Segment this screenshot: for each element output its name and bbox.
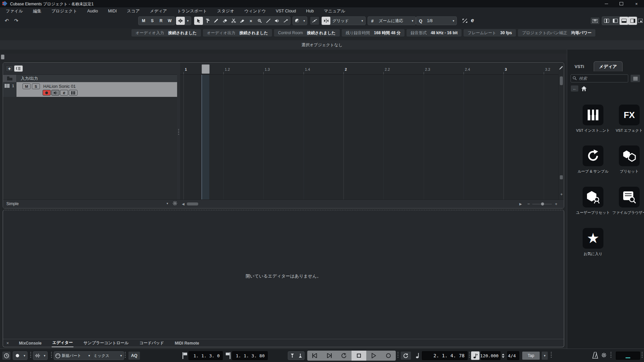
event-display-area[interactable] bbox=[180, 75, 558, 199]
menu-vst-cloud[interactable]: VST Cloud bbox=[271, 9, 301, 13]
quantize-panel-button[interactable]: e bbox=[471, 17, 474, 23]
primary-time-display[interactable]: 2. 1. 4. 78 bbox=[422, 351, 468, 360]
menu-studio[interactable]: スタジオ bbox=[212, 8, 239, 14]
track-preset-button[interactable] bbox=[14, 65, 23, 72]
track-list-divider[interactable] bbox=[177, 63, 180, 208]
go-to-previous-marker-button[interactable] bbox=[307, 351, 322, 361]
menu-hub[interactable]: Hub bbox=[301, 9, 319, 13]
tempo-track-button[interactable] bbox=[471, 351, 480, 360]
metronome-icon[interactable] bbox=[592, 352, 598, 359]
tap-tempo-button[interactable]: Tap bbox=[522, 351, 540, 360]
info-control-room[interactable]: Control Room接続されました bbox=[274, 29, 339, 37]
solo-all-button[interactable]: S bbox=[148, 17, 157, 25]
range-selection-tool[interactable] bbox=[203, 17, 212, 25]
tab-midi-remote[interactable]: MIDI Remote bbox=[174, 340, 200, 347]
back-arrow-icon[interactable]: ← bbox=[571, 85, 579, 92]
common-record-mode-dropdown[interactable]: ▼ bbox=[22, 352, 27, 360]
tab-mixconsole[interactable]: MixConsole bbox=[18, 340, 42, 347]
audio-record-mode-dropdown[interactable]: ▼ bbox=[42, 352, 47, 360]
h-scroll-left-arrow[interactable]: ◀ bbox=[181, 201, 185, 206]
snap-type-dropdown[interactable]: ▼ bbox=[359, 17, 365, 25]
tab-vsti[interactable]: VSTi bbox=[575, 64, 584, 69]
record-button[interactable] bbox=[381, 351, 396, 361]
right-locator-display[interactable]: 1. 1. 3. 80 bbox=[232, 351, 268, 360]
menu-manual[interactable]: マニュアル bbox=[319, 8, 350, 14]
home-icon[interactable] bbox=[581, 86, 587, 91]
info-frame-rate[interactable]: フレームレート30 fps bbox=[464, 29, 516, 37]
track-controls-settings-icon[interactable] bbox=[173, 201, 177, 205]
stop-button[interactable] bbox=[352, 351, 366, 361]
tile-loops-samples[interactable]: ループ & サンプル bbox=[575, 145, 611, 174]
tempo-display[interactable]: 120.000 bbox=[481, 351, 500, 360]
menu-edit[interactable]: 編集 bbox=[28, 8, 46, 14]
automation-panel-button[interactable] bbox=[310, 16, 319, 25]
h-zoom-out-button[interactable]: − bbox=[526, 201, 531, 206]
track-list-empty-area[interactable] bbox=[3, 97, 177, 199]
left-locator-display[interactable]: 1. 1. 3. 0 bbox=[189, 351, 223, 360]
menu-media[interactable]: メディア bbox=[145, 8, 172, 14]
right-locator-flag-icon[interactable] bbox=[225, 352, 231, 359]
track-body[interactable]: M S HALion Sonic 01 e bbox=[16, 82, 177, 97]
toggle-lower-zone[interactable] bbox=[620, 17, 628, 25]
menu-midi[interactable]: MIDI bbox=[103, 9, 122, 13]
ruler-pencil-icon[interactable] bbox=[559, 66, 563, 70]
timeline-ruler[interactable]: 1 1.2 1.3 1.4 2 2.2 2.3 2.4 3 3.2 bbox=[180, 63, 558, 75]
audio-record-mode-select[interactable] bbox=[33, 352, 42, 360]
cycle-button[interactable] bbox=[337, 351, 352, 361]
vertical-scrollbar[interactable]: + bbox=[558, 75, 564, 199]
snap-button[interactable] bbox=[322, 17, 330, 25]
tile-vst-effects[interactable]: FX VST エフェクト bbox=[611, 105, 644, 133]
close-lower-zone-icon[interactable]: × bbox=[6, 341, 9, 346]
iterative-quantize-icon[interactable] bbox=[462, 18, 468, 23]
snap-type-label[interactable]: グリッド bbox=[330, 18, 359, 24]
midi-record-mix-select[interactable]: ミックス▼ bbox=[94, 353, 122, 358]
preset-dropdown-icon[interactable]: ▼ bbox=[166, 202, 169, 205]
add-track-button[interactable]: + bbox=[6, 65, 13, 72]
undo-icon[interactable]: ↶ bbox=[5, 18, 9, 24]
tile-vst-instruments[interactable]: VST インスト...ント bbox=[575, 105, 611, 133]
color-menu-dropdown[interactable]: ▼ bbox=[302, 17, 307, 25]
autoscroll-button[interactable] bbox=[176, 17, 185, 25]
info-record-time-max[interactable]: 残り録音時間168 時間 48 分 bbox=[342, 29, 405, 37]
window-divider-handle[interactable] bbox=[1, 55, 4, 59]
info-pan-law[interactable]: プロジェクトのパン補正均等パワー bbox=[518, 29, 595, 37]
midi-record-mode-select[interactable]: 新規パート▼ bbox=[62, 353, 91, 358]
glue-tool[interactable] bbox=[238, 17, 247, 25]
track-record-enable-button[interactable] bbox=[43, 90, 51, 96]
v-zoom-handle[interactable] bbox=[560, 175, 563, 179]
info-audio-output[interactable]: オーディオ出力接続されました bbox=[203, 29, 272, 37]
menu-audio[interactable]: Audio bbox=[82, 9, 103, 13]
tempo-mode-dropdown[interactable]: ▼ bbox=[541, 351, 548, 360]
v-scroll-thumb[interactable] bbox=[560, 76, 563, 85]
track-monitor-button[interactable] bbox=[51, 90, 59, 96]
grid-type-dropdown[interactable]: ▼ bbox=[410, 17, 416, 25]
info-record-format[interactable]: 録音形式48 kHz - 16 bit bbox=[407, 29, 462, 37]
track-row-halion[interactable]: 1 M S HALion Sonic 01 e bbox=[3, 82, 177, 97]
cycle-region-marker[interactable] bbox=[202, 64, 210, 74]
toggle-status-line[interactable] bbox=[602, 17, 611, 25]
autoscroll-dropdown[interactable]: ▼ bbox=[185, 17, 191, 25]
track-instrument-button[interactable] bbox=[69, 90, 77, 96]
common-record-mode-select[interactable] bbox=[13, 352, 22, 360]
info-audio-input[interactable]: オーディオ入力接続されました bbox=[131, 29, 201, 37]
metronome-setup-gear-icon[interactable] bbox=[601, 353, 606, 358]
write-automation-button[interactable]: W bbox=[165, 17, 174, 25]
play-tool[interactable] bbox=[273, 17, 281, 25]
toggle-left-zone[interactable] bbox=[611, 17, 620, 25]
track-solo-button[interactable]: S bbox=[32, 83, 40, 89]
tile-favorites[interactable]: ★ お気に入り bbox=[575, 228, 611, 256]
onscreen-keyboard-button[interactable] bbox=[590, 17, 600, 24]
mute-all-button[interactable]: M bbox=[139, 17, 148, 25]
maximize-button[interactable] bbox=[614, 0, 629, 7]
h-zoom-in-button[interactable]: + bbox=[554, 201, 558, 206]
auto-quantize-button[interactable]: AQ bbox=[128, 351, 140, 360]
tempo-stepper[interactable] bbox=[502, 352, 504, 359]
toggle-right-zone[interactable] bbox=[628, 17, 637, 25]
quantize-preset-label[interactable]: 1/8 bbox=[425, 18, 450, 23]
tab-media[interactable]: メディア bbox=[594, 61, 623, 71]
grid-type-label[interactable]: ズームに適応 bbox=[377, 18, 410, 24]
menu-transport[interactable]: トランスポート bbox=[172, 8, 212, 14]
go-to-next-marker-button[interactable] bbox=[322, 351, 337, 361]
time-signature-display[interactable]: 4/4 bbox=[507, 351, 519, 360]
results-list-button[interactable] bbox=[630, 74, 640, 82]
